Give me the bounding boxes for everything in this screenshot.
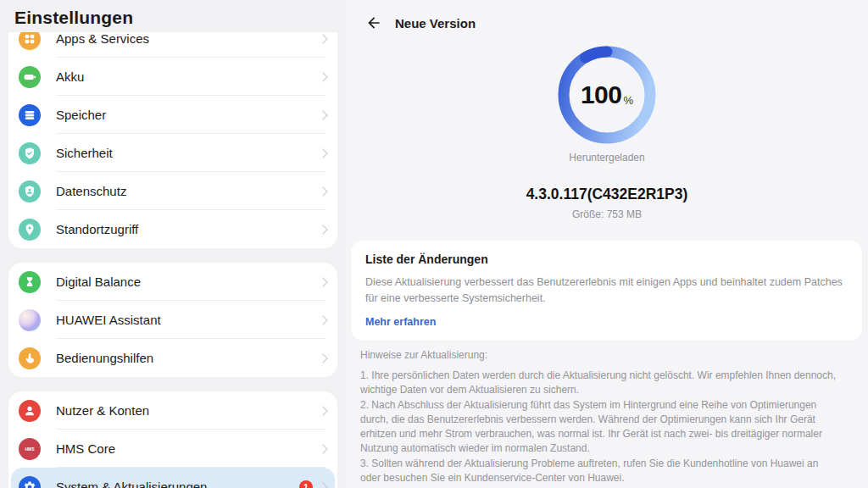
changelog-title: Liste der Änderungen: [365, 252, 849, 266]
sidebar-group: Digital BalanceHUAWEI AssistantBedienung…: [8, 263, 337, 377]
sidebar-item-nutzer-konten[interactable]: Nutzer & Konten: [8, 391, 337, 430]
download-progress-ring: 100 %: [556, 44, 658, 146]
download-status-label: Heruntergeladen: [346, 152, 868, 164]
location-pin-icon: [19, 219, 41, 241]
sidebar-scroll-area[interactable]: Apps & ServicesAkkuSpeicherSicherheitDat…: [0, 32, 346, 488]
battery-icon: [19, 66, 41, 88]
chevron-right-icon: [318, 148, 327, 158]
chevron-right-icon: [318, 315, 327, 324]
chevron-right-icon: [318, 482, 327, 488]
sidebar-group: Nutzer & KontenHMSHMS CoreSystem & Aktua…: [8, 391, 337, 488]
shield-check-icon: [19, 142, 41, 164]
hms-core-icon: HMS: [19, 438, 41, 460]
sidebar-item-system-aktualisierungen[interactable]: System & Aktualisierungen1: [11, 468, 335, 488]
shield-person-icon: [19, 180, 41, 202]
accessibility-hand-icon: [19, 347, 41, 369]
sidebar-item-label: HUAWEI Assistant: [56, 313, 161, 327]
update-size-label: Größe: 753 MB: [346, 208, 868, 220]
user-icon: [19, 400, 41, 422]
sidebar-item-label: Datenschutz: [56, 184, 126, 198]
storage-icon: [19, 104, 41, 126]
chevron-right-icon: [318, 34, 327, 43]
settings-app: Einstellungen Apps & ServicesAkkuSpeiche…: [0, 0, 868, 488]
sidebar-item-label: Bedienungshilfen: [56, 351, 153, 365]
svg-text:HMS: HMS: [25, 446, 35, 452]
sidebar-item-apps-services[interactable]: Apps & Services: [8, 32, 337, 58]
sidebar-item-label: Apps & Services: [56, 32, 149, 46]
note-item: 3. Sollten während der Aktualisierung Pr…: [360, 457, 836, 486]
apps-grid-icon: [19, 32, 41, 50]
changelog-body: Diese Aktualisierung verbessert das Benu…: [365, 274, 849, 308]
back-arrow-icon: [365, 14, 382, 31]
version-number: 4.3.0.117(C432E2R1P3): [346, 186, 868, 203]
notes-title: Hinweise zur Aktualisierung:: [360, 349, 836, 361]
update-detail-panel: Neue Version 100 % Heruntergeladen 4.3.0…: [346, 0, 868, 488]
sidebar-item-label: Digital Balance: [56, 274, 141, 289]
back-button[interactable]: [363, 12, 385, 34]
sidebar-item-label: HMS Core: [56, 441, 115, 456]
chevron-right-icon: [318, 72, 327, 81]
chevron-right-icon: [318, 225, 327, 234]
assistant-sphere-icon: [19, 309, 41, 331]
percent-value: 100: [581, 80, 622, 109]
detail-title: Neue Version: [395, 16, 476, 30]
sidebar-item-bedienungshilfen[interactable]: Bedienungshilfen: [8, 339, 337, 377]
sidebar-item-huawei-assistant[interactable]: HUAWEI Assistant: [8, 301, 337, 339]
sidebar-item-hms-core[interactable]: HMSHMS Core: [8, 430, 337, 468]
learn-more-link[interactable]: Mehr erfahren: [365, 316, 436, 328]
update-notes: Hinweise zur Aktualisierung: 1. Ihre per…: [360, 349, 836, 488]
sidebar-item-datenschutz[interactable]: Datenschutz: [8, 172, 337, 210]
notification-badge: 1: [299, 480, 313, 488]
changelog-card: Liste der Änderungen Diese Aktualisierun…: [351, 241, 862, 341]
sidebar-item-digital-balance[interactable]: Digital Balance: [8, 263, 337, 301]
sidebar-item-standortzugriff[interactable]: Standortzugriff: [8, 210, 337, 248]
sidebar-item-label: System & Aktualisierungen: [56, 480, 207, 488]
hourglass-icon: [19, 271, 41, 293]
sidebar-item-speicher[interactable]: Speicher: [8, 96, 337, 134]
settings-sidebar: Einstellungen Apps & ServicesAkkuSpeiche…: [0, 0, 346, 488]
gear-icon: [19, 476, 41, 488]
note-item: 1. Ihre persönlichen Daten werden durch …: [360, 369, 836, 398]
detail-header: Neue Version: [363, 12, 476, 34]
chevron-right-icon: [318, 110, 327, 119]
page-title: Einstellungen: [14, 8, 133, 28]
progress-percent: 100 %: [556, 44, 658, 146]
sidebar-item-label: Speicher: [56, 108, 106, 122]
chevron-right-icon: [318, 444, 327, 453]
sidebar-item-sicherheit[interactable]: Sicherheit: [8, 134, 337, 172]
sidebar-item-label: Sicherheit: [56, 146, 113, 160]
note-item: 2. Nach Abschluss der Aktualisierung füh…: [360, 398, 836, 457]
sidebar-item-label: Nutzer & Konten: [56, 403, 149, 418]
sidebar-item-label: Akku: [56, 69, 84, 84]
chevron-right-icon: [318, 186, 327, 196]
chevron-right-icon: [318, 277, 327, 286]
sidebar-item-label: Standortzugriff: [56, 222, 138, 236]
sidebar-item-akku[interactable]: Akku: [8, 58, 337, 96]
sidebar-group: Apps & ServicesAkkuSpeicherSicherheitDat…: [8, 32, 337, 248]
chevron-right-icon: [318, 406, 327, 415]
chevron-right-icon: [318, 353, 327, 363]
percent-sign: %: [624, 94, 634, 107]
